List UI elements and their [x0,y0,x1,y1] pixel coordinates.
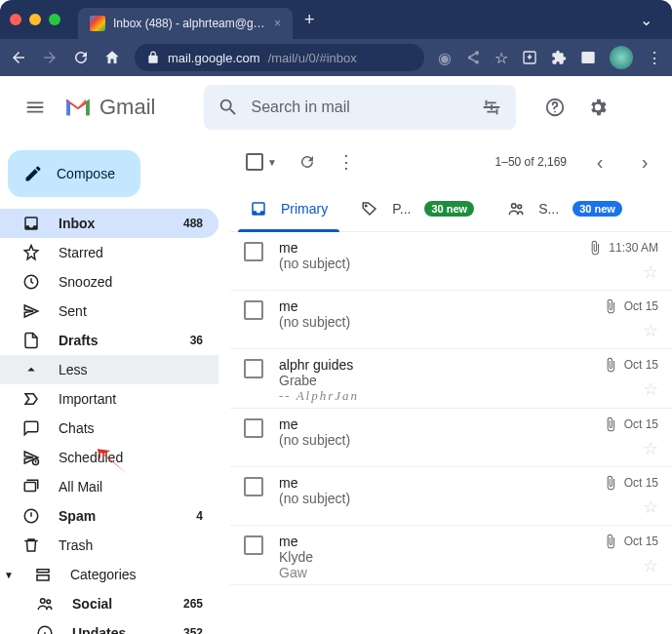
mail-row[interactable]: alphr guides Grabe -- AlphrJan Oct 15 ☆ [230,349,672,409]
tab-dropdown[interactable]: ⌄ [640,11,662,29]
star-icon[interactable]: ☆ [643,438,658,459]
sidebar-item-updates[interactable]: Updates352 [0,618,218,634]
share-icon[interactable] [465,50,481,65]
refresh-button[interactable] [298,153,316,171]
sidebar-label: Social [72,596,166,612]
sidebar-item-social[interactable]: Social265 [0,589,218,618]
sidebar-label: Starred [59,245,203,260]
compose-button[interactable]: Compose [8,150,140,197]
mail-sender: me [279,298,600,314]
select-all[interactable]: ▼ [246,153,277,171]
main-content: ▼ ⋮ 1–50 of 2,169 ‹ › PrimaryP...30 newS… [230,139,672,634]
mail-row[interactable]: me (no subject) 11:30 AM ☆ [230,232,672,291]
mail-row[interactable]: me (no subject) Oct 15 ☆ [230,409,672,467]
close-window[interactable] [10,14,21,25]
sidebar-item-inbox[interactable]: Inbox488 [0,209,218,238]
star-icon[interactable]: ☆ [643,555,658,576]
svg-point-10 [41,599,46,604]
mail-row[interactable]: me (no subject) Oct 15 ☆ [230,467,672,526]
star-icon[interactable]: ☆ [643,261,658,283]
next-page-button[interactable]: › [633,150,656,174]
sidebar-label: Scheduled [59,450,203,465]
tab-p[interactable]: P...30 new [349,185,486,231]
tab-label: Primary [281,201,328,217]
sidebar-label: Chats [59,420,203,436]
search-options-icon[interactable] [481,97,502,118]
more-button[interactable]: ⋮ [337,151,355,173]
svg-point-11 [47,600,51,604]
home-button[interactable] [103,49,121,66]
star-icon[interactable]: ☆ [643,496,658,518]
back-button[interactable] [10,49,27,66]
bookmark-icon[interactable]: ☆ [494,49,508,67]
reload-button[interactable] [72,49,90,66]
update-icon[interactable] [522,50,537,65]
sidebar-item-less[interactable]: Less [0,355,218,384]
select-checkbox[interactable] [246,153,263,171]
help-button[interactable] [535,88,574,127]
all-mail-icon [21,478,41,495]
mail-checkbox[interactable] [244,418,263,438]
sidebar-item-starred[interactable]: Starred [0,238,218,267]
mail-subject: Klyde [279,549,600,565]
forward-button[interactable] [41,49,59,66]
mail-checkbox[interactable] [244,300,263,320]
profile-avatar[interactable] [610,46,633,69]
clock-icon [21,273,41,291]
mail-row[interactable]: me (no subject) Oct 15 ☆ [230,291,672,349]
minimize-window[interactable] [29,14,41,25]
close-tab-icon[interactable]: × [274,17,281,30]
mail-toolbar: ▼ ⋮ 1–50 of 2,169 ‹ › [230,139,672,185]
sidebar-item-scheduled[interactable]: Scheduled [0,443,218,472]
sidebar-item-chats[interactable]: Chats [0,414,218,443]
sidebar-item-important[interactable]: Important [0,384,218,414]
mail-checkbox[interactable] [244,535,263,555]
search-input[interactable]: Search in mail [251,99,469,116]
pencil-icon [23,164,43,183]
lock-icon [146,51,160,64]
maximize-window[interactable] [49,14,60,25]
star-icon[interactable]: ☆ [643,320,658,341]
gmail-logo[interactable]: Gmail [64,95,155,120]
gmail-favicon [90,16,105,31]
mail-checkbox[interactable] [244,242,263,261]
search-bar[interactable]: Search in mail [204,85,516,130]
new-tab-button[interactable]: + [304,10,315,30]
social-icon [507,200,525,218]
main-menu-button[interactable] [16,88,55,127]
extensions-icon[interactable] [551,50,567,65]
sidebar-label: Important [59,391,203,407]
more-icon[interactable]: ⋮ [647,49,662,67]
sidebar-label: Less [59,362,203,377]
settings-button[interactable] [578,88,617,127]
mail-checkbox[interactable] [244,359,263,378]
sidebar-item-sent[interactable]: Sent [0,297,218,326]
sidepanel-icon[interactable] [580,50,596,65]
browser-tab[interactable]: Inbox (488) - alphrteam@gmai × [78,8,293,39]
window-controls [10,14,60,25]
sidebar-item-trash[interactable]: Trash [0,531,218,560]
chevron-down-icon[interactable]: ▼ [267,157,277,168]
address-bar[interactable]: mail.google.com/mail/u/0/#inbox [135,44,424,71]
sidebar-item-spam[interactable]: Spam4 [0,501,218,531]
chat-icon [21,419,41,437]
sidebar-item-snoozed[interactable]: Snoozed [0,267,218,297]
send-icon [21,302,41,320]
mail-checkbox[interactable] [244,477,263,496]
sidebar-item-all-mail[interactable]: All Mail [0,472,218,501]
eye-icon[interactable]: ◉ [438,49,452,67]
prev-page-button[interactable]: ‹ [588,150,612,174]
tab-title: Inbox (488) - alphrteam@gmai [113,17,266,30]
tab-primary[interactable]: Primary [238,185,339,231]
tab-s[interactable]: S...30 new [495,185,634,231]
star-icon[interactable]: ☆ [643,378,658,400]
gmail-text: Gmail [99,95,155,120]
sidebar-item-drafts[interactable]: Drafts36 [0,326,218,355]
sidebar-item-categories[interactable]: ▼Categories [0,560,218,589]
mail-row[interactable]: me Klyde Gaw Oct 15 ☆ [230,526,672,585]
mail-subject: (no subject) [279,432,600,448]
sidebar-count: 488 [183,217,203,230]
file-icon [21,332,41,349]
sidebar-label: Inbox [59,216,166,231]
mail-subject: (no subject) [279,491,600,506]
